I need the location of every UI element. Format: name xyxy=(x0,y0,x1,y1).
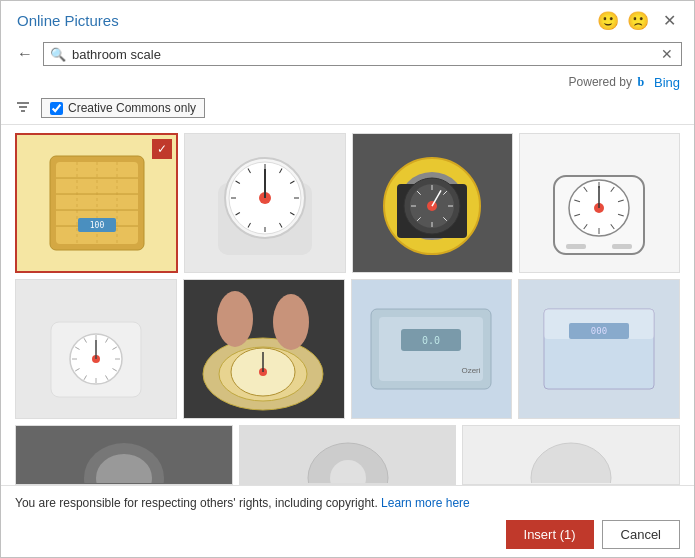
partial-3-svg xyxy=(526,428,616,483)
powered-by-label: Powered by xyxy=(569,75,632,89)
bing-icon: b xyxy=(636,74,652,90)
copyright-text: You are responsible for respecting other… xyxy=(15,496,381,510)
filter-bar: Creative Commons only xyxy=(1,94,694,125)
svg-text:0.0: 0.0 xyxy=(422,335,440,346)
svg-text:b: b xyxy=(638,75,645,89)
image-row-3 xyxy=(15,425,680,485)
image-item-1[interactable]: 100 ✓ xyxy=(15,133,178,273)
selected-checkmark: ✓ xyxy=(152,139,172,159)
image-item-6[interactable] xyxy=(183,279,345,419)
image-item-10[interactable] xyxy=(239,425,457,485)
powered-by-bar: Powered by b Bing xyxy=(1,72,694,94)
image-row-2: 0.0 Ozeri 000 xyxy=(15,279,680,419)
copyright-notice: You are responsible for respecting other… xyxy=(15,494,680,512)
svg-rect-62 xyxy=(612,244,632,249)
search-clear-button[interactable]: ✕ xyxy=(659,46,675,62)
svg-text:100: 100 xyxy=(89,221,104,230)
image-item-9[interactable] xyxy=(15,425,233,485)
image-item-11[interactable] xyxy=(462,425,680,485)
image-item-5[interactable] xyxy=(15,279,177,419)
image-item-4[interactable] xyxy=(519,133,680,273)
digital-scale-svg: 0.0 Ozeri xyxy=(361,289,501,409)
dialog-title: Online Pictures xyxy=(17,12,119,29)
image-item-7[interactable]: 0.0 Ozeri xyxy=(351,279,513,419)
footer: You are responsible for respecting other… xyxy=(1,485,694,557)
bing-text: Bing xyxy=(654,75,680,90)
black-dial-scale-svg xyxy=(377,146,487,261)
svg-point-85 xyxy=(217,291,253,347)
partial-1-svg xyxy=(79,428,169,483)
cc-label: Creative Commons only xyxy=(68,101,196,115)
creative-commons-filter[interactable]: Creative Commons only xyxy=(41,98,205,118)
svg-point-100 xyxy=(531,443,611,483)
glass-digital-svg: 000 xyxy=(534,289,664,409)
creative-commons-checkbox[interactable] xyxy=(50,102,63,115)
smiley-icon[interactable]: 🙂 xyxy=(597,10,619,32)
back-button[interactable]: ← xyxy=(13,43,37,65)
cancel-button[interactable]: Cancel xyxy=(602,520,680,549)
image-row-1: 100 ✓ xyxy=(15,133,680,273)
svg-point-86 xyxy=(273,294,309,350)
image-item-8[interactable]: 000 xyxy=(518,279,680,419)
footer-buttons: Insert (1) Cancel xyxy=(15,520,680,549)
svg-text:Ozeri: Ozeri xyxy=(462,366,481,375)
outline-scale-svg xyxy=(544,146,654,261)
svg-rect-61 xyxy=(566,244,586,249)
search-icon: 🔍 xyxy=(50,47,66,62)
learn-more-link[interactable]: Learn more here xyxy=(381,496,470,510)
white-dial-scale-svg xyxy=(210,143,320,263)
online-pictures-dialog: Online Pictures 🙂 🙁 ✕ ← 🔍 ✕ Powered by b… xyxy=(0,0,695,558)
svg-text:000: 000 xyxy=(591,326,607,336)
images-area[interactable]: 100 ✓ xyxy=(1,125,694,485)
search-bar: ← 🔍 ✕ xyxy=(1,38,694,72)
insert-button[interactable]: Insert (1) xyxy=(506,520,594,549)
search-input[interactable] xyxy=(72,47,659,62)
title-bar: Online Pictures 🙂 🙁 ✕ xyxy=(1,1,694,38)
feet-scale-svg xyxy=(191,284,336,414)
partial-2-svg xyxy=(303,428,393,483)
image-item-3[interactable] xyxy=(352,133,513,273)
small-dial-svg xyxy=(41,292,151,407)
bing-logo: b Bing xyxy=(636,74,680,90)
image-item-2[interactable] xyxy=(184,133,345,273)
close-button[interactable]: ✕ xyxy=(657,9,682,32)
sad-icon[interactable]: 🙁 xyxy=(627,10,649,32)
filter-icon xyxy=(15,99,31,118)
bamboo-scale-svg: 100 xyxy=(42,148,152,258)
title-bar-icons: 🙂 🙁 ✕ xyxy=(597,9,682,32)
search-input-wrap: 🔍 ✕ xyxy=(43,42,682,66)
